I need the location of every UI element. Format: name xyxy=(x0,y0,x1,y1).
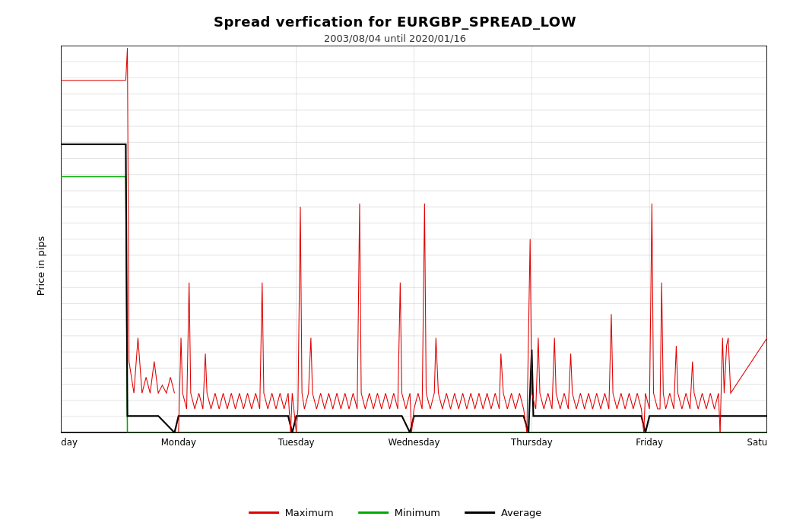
svg-text:Monday: Monday xyxy=(161,437,196,448)
legend-average: Average xyxy=(465,507,541,518)
svg-text:Saturday: Saturday xyxy=(747,437,767,448)
legend-maximum-line xyxy=(249,511,279,514)
chart-subtitle: 2003/08/04 until 2020/01/16 xyxy=(0,33,790,44)
svg-text:Friday: Friday xyxy=(636,437,663,448)
legend-average-label: Average xyxy=(501,507,541,518)
legend-maximum-label: Maximum xyxy=(285,507,334,518)
svg-text:Wednesday: Wednesday xyxy=(389,437,440,448)
chart-svg: 0.00000 0.00013 0.00025 0.00038 0.00051 … xyxy=(61,46,767,448)
legend-minimum-line xyxy=(358,511,389,514)
svg-text:Sunday: Sunday xyxy=(61,437,78,448)
legend-maximum: Maximum xyxy=(249,507,334,518)
legend-minimum-label: Minimum xyxy=(395,507,440,518)
chart-title: Spread verfication for EURGBP_SPREAD_LOW xyxy=(0,0,790,30)
legend-minimum: Minimum xyxy=(358,507,440,518)
chart-container: Spread verfication for EURGBP_SPREAD_LOW… xyxy=(0,0,790,532)
svg-text:Tuesday: Tuesday xyxy=(278,437,315,448)
chart-legend: Maximum Minimum Average xyxy=(249,507,542,518)
svg-text:Thursday: Thursday xyxy=(510,437,553,448)
chart-area: 0.00000 0.00013 0.00025 0.00038 0.00051 … xyxy=(61,46,767,448)
y-axis-label: Price in pips xyxy=(35,236,46,296)
legend-average-line xyxy=(465,511,495,514)
